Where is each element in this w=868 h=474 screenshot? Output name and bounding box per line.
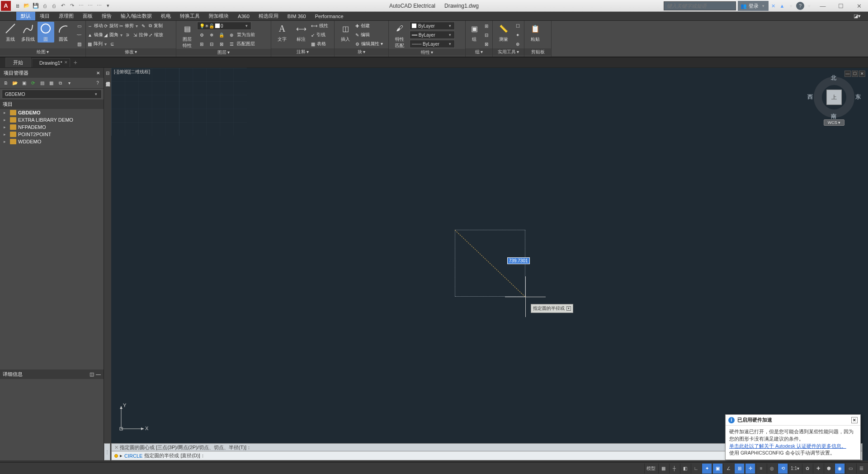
sb-model[interactable]: 模型 [644,464,657,474]
exchange-icon[interactable]: ✕ [769,2,777,10]
panel-label-layers[interactable]: 图层 ▾ [176,49,271,56]
group-tool-2[interactable]: ⊟ [482,31,491,39]
tab-bim360[interactable]: BIM 360 [283,13,311,20]
sb-menu-icon[interactable]: ☰ [856,464,866,474]
tool-move[interactable]: ↔移动 [88,22,103,30]
tool-hatch-icon[interactable]: ▨ [75,40,84,48]
tool-dimension[interactable]: ⟷标注 [292,22,310,43]
qat-undo-icon[interactable]: ↶ [59,2,67,10]
group-tool-3[interactable]: ⊠ [482,40,491,48]
panel-label-clip[interactable]: 剪贴板 [524,48,551,56]
tool-measure[interactable]: 📏测量 [495,22,512,43]
qat-drop-icon[interactable]: ▾ [104,2,112,10]
tab-panel[interactable]: 面板 [78,12,97,20]
pt-help-icon[interactable]: ? [94,79,102,87]
panel-label-annot[interactable]: 注释 ▾ [271,48,334,56]
sb-hw-icon[interactable]: ◉ [835,464,844,474]
qat-open-icon[interactable]: 📂 [23,2,31,10]
layer-dropdown[interactable]: 💡 ☀ 🔓 0 ▾ [197,22,251,30]
linetype-dropdown[interactable]: ─── ByLayer▾ [410,40,455,48]
tool-block-create[interactable]: ✚ 创建 [355,22,383,30]
tool-array[interactable]: ▦阵列▾ [88,40,107,48]
close-icon[interactable]: ✕ [64,60,68,65]
tab-project[interactable]: 项目 [35,12,54,20]
tool-circle[interactable]: 圆 [38,22,54,43]
tool-insert[interactable]: ◫插入 [336,22,354,43]
sb-polar-icon[interactable]: ✦ [702,464,712,474]
qat-more1-icon[interactable]: ⋯ [77,2,85,10]
vp-close-icon[interactable]: ✕ [859,71,865,77]
sb-clean-icon[interactable]: ▭ [845,464,855,474]
tab-io[interactable]: 输入/输出数据 [116,12,156,20]
qat-saveas-icon[interactable]: ⎙ [41,2,49,10]
vc-south[interactable]: 南 [831,113,836,120]
qat-more3-icon[interactable]: ⋯ [95,2,103,10]
maximize-button[interactable]: ☐ [832,0,850,12]
tool-linear[interactable]: ⟷ 线性 [311,22,328,30]
group-tool-1[interactable]: ⊞ [482,22,491,30]
tool-mirror[interactable]: ▲镜像 [88,31,103,39]
app-logo[interactable]: A [1,1,11,11]
tree-item-nfpa[interactable]: ▸NFPADEMO [0,123,104,131]
layer-set-current[interactable]: 置为当前 [237,31,255,39]
sb-tool3-icon[interactable]: ◧ [680,464,690,474]
tool-fillet[interactable]: ◢圆角▾ [104,31,123,39]
tool-line[interactable]: 直线 [2,22,19,43]
close-button[interactable]: ✕ [850,0,868,12]
sb-iso-icon[interactable]: ⬢ [824,464,834,474]
tool-copy[interactable]: ⧉复制 [149,22,163,30]
tool-scale[interactable]: ⤢缩放 [149,31,163,39]
chevron-down-icon[interactable]: ▾ [787,2,795,10]
tab-start[interactable]: 开始 [5,57,31,67]
tool-offset-icon[interactable]: ⊆ [108,40,117,48]
layer-match[interactable]: 匹配图层 [237,40,255,48]
tree-item-extra[interactable]: ▸EXTRA LIBRARY DEMO [0,116,104,123]
sb-osnap-icon[interactable]: ▣ [712,464,722,474]
panel-label-block[interactable]: 块 ▾ [335,48,388,56]
pt-6-icon[interactable]: ▦ [47,79,55,87]
tool-table[interactable]: ▦ 表格 [311,40,328,48]
tool-block-attedit[interactable]: ⚙ 编辑属性 ▾ [355,40,383,48]
tab-a360[interactable]: A360 [233,13,254,20]
layer-tool-5[interactable]: ⊞ [197,40,206,48]
panel-label-draw[interactable]: 绘图 ▾ [0,48,85,56]
sb-transp-icon[interactable]: ◎ [767,464,777,474]
qat-plot-icon[interactable]: ⎙ [50,2,58,10]
panel-label-modify[interactable]: 修改 ▾ [86,48,176,56]
search-input[interactable] [664,1,736,10]
qat-new-icon[interactable]: 🗎 [14,2,22,10]
layer-tool-2[interactable]: ❄ [207,31,216,39]
qat-save-icon[interactable]: 💾 [32,2,40,10]
qat-more2-icon[interactable]: ⋯ [86,2,94,10]
pt-5-icon[interactable]: ▤ [38,79,46,87]
panel-label-util[interactable]: 实用工具 ▾ [493,48,524,56]
layer-tool-4[interactable]: ⊕ [227,31,236,39]
pt-new-icon[interactable]: 🗎 [2,79,10,87]
tab-performance[interactable]: Performance [311,13,348,20]
detail-btn1[interactable]: ◫ [90,371,94,377]
tab-drawing1[interactable]: Drawing1*✕ [32,58,70,67]
dynamic-input-value[interactable]: 739.7301 [507,257,530,264]
close-icon[interactable]: ✕ [96,71,100,76]
tool-explode-icon[interactable]: ⚞ [123,31,132,39]
vp-min-icon[interactable]: — [844,71,851,77]
tree-item-p2p[interactable]: ▸POINT2POINT [0,131,104,138]
wcs-badge[interactable]: WCS ▾ [824,119,845,126]
util-tool-1[interactable]: ☐ [513,22,522,30]
ribbon-collapse-icon[interactable]: ◪▾ [849,12,865,20]
color-dropdown[interactable]: ByLayer▾ [410,22,455,30]
recent-files-tab[interactable]: ⊟ 最近使用的文件 [104,68,111,460]
viewport-label[interactable]: [-][俯视][二维线框] [114,69,150,75]
tool-erase-icon[interactable]: ✎ [139,22,148,30]
add-tab-button[interactable]: + [71,59,80,66]
tool-layer-props[interactable]: ▤图层 特性 [178,22,196,49]
lineweight-dropdown[interactable]: ━━ ByLayer▾ [410,31,455,39]
balloon-link[interactable]: 单击此处以了解关于 Autodesk 认证硬件的更多信息。 [729,443,846,449]
tool-matchprop[interactable]: 🖌特性 匹配 [391,22,409,49]
sb-cycling-icon[interactable]: ⟲ [778,464,788,474]
sb-otrack-icon[interactable]: ⊞ [734,464,744,474]
tool-block-edit[interactable]: ✎ 编辑 [355,31,383,39]
tab-report[interactable]: 报告 [97,12,116,20]
view-cube[interactable]: 北 南 西 东 上 WCS ▾ [809,77,859,141]
tool-rect-icon[interactable]: ▭ [75,22,84,30]
